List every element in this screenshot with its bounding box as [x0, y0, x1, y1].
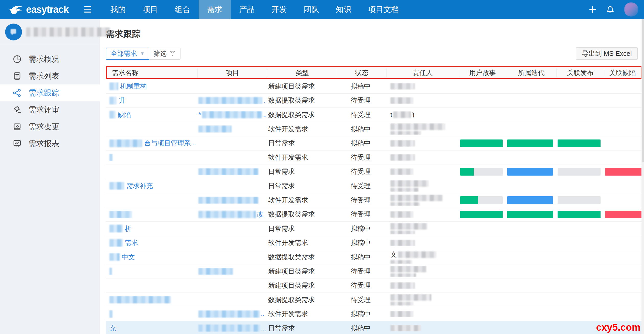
export-excel-button[interactable]: 导出到 MS Excel [576, 47, 638, 60]
progress-bar[interactable] [507, 139, 553, 147]
table-row[interactable]: 缺陷*...数据提取类需求待受理t) [106, 108, 642, 122]
project-cell[interactable]: .. [196, 310, 266, 318]
column-header-关联缺陷[interactable]: 关联缺陷 [604, 68, 641, 77]
table-row[interactable]: 改数据提取类需求待受理 [106, 207, 642, 222]
nav-tab-产品[interactable]: 产品 [231, 0, 263, 19]
nav-tab-我的[interactable]: 我的 [102, 0, 134, 19]
nav-tab-需求[interactable]: 需求 [199, 0, 231, 19]
table-row[interactable]: 需求软件开发需求拟稿中 [106, 236, 642, 250]
project-cell[interactable] [196, 197, 266, 204]
table-row[interactable]: ..软件开发需求拟稿中 [106, 307, 642, 321]
progress-bar[interactable] [460, 196, 503, 204]
table-row[interactable]: 升...数据提取类需求待受理 [106, 94, 642, 108]
requirement-name-cell[interactable]: 中文 [106, 253, 196, 262]
project-cell[interactable]: ... [196, 96, 266, 104]
table-row[interactable]: 新建项目类需求待受理 [106, 264, 642, 279]
column-header-项目[interactable]: 项目 [197, 68, 267, 77]
progress-bar[interactable] [605, 168, 642, 176]
table-row[interactable]: 充...日常需求拟稿中 [106, 321, 642, 334]
project-cell[interactable]: 改 [196, 210, 266, 219]
requirement-name-cell[interactable] [106, 310, 196, 318]
requirement-name-cell[interactable]: 缺陷 [106, 110, 196, 119]
column-header-用户故事[interactable]: 用户故事 [459, 68, 506, 77]
progress-bar[interactable] [558, 168, 601, 176]
project-cell[interactable]: ... [196, 324, 266, 332]
progress-bar[interactable] [558, 139, 601, 147]
easytrack-logo[interactable]: easytrack [0, 4, 69, 15]
requirement-name-cell[interactable] [106, 267, 196, 275]
requirement-name-cell[interactable]: 充 [106, 324, 196, 333]
progress-bar[interactable] [605, 211, 642, 218]
requirement-name-cell[interactable]: 析 [106, 224, 196, 233]
requirement-name-link[interactable]: 充 [109, 324, 116, 333]
requirement-name-cell[interactable]: 台与项目管理系... [106, 139, 196, 148]
sidebar-item-需求报表[interactable]: 需求报表 [0, 135, 100, 152]
project-cell[interactable] [196, 268, 266, 275]
user-avatar[interactable] [624, 2, 638, 17]
requirement-name-link[interactable]: 析 [125, 224, 131, 233]
project-cell[interactable]: *... [196, 111, 266, 119]
progress-bar[interactable] [558, 211, 601, 218]
project-cell[interactable] [196, 125, 266, 133]
sidebar-team-header[interactable]: › [0, 19, 100, 45]
requirement-name-cell[interactable] [106, 154, 196, 161]
progress-bar[interactable] [507, 196, 553, 204]
nav-tab-团队[interactable]: 团队 [295, 0, 327, 19]
requirement-name-link[interactable]: 中文 [122, 253, 135, 262]
notification-bell-icon[interactable] [605, 4, 615, 15]
hamburger-menu-icon[interactable]: ☰ [83, 5, 92, 14]
table-row[interactable]: 台与项目管理系...日常需求拟稿中 [106, 136, 642, 150]
column-header-所属迭代[interactable]: 所属迭代 [506, 68, 556, 77]
nav-tab-项目文档[interactable]: 项目文档 [360, 0, 407, 19]
progress-bar[interactable] [460, 168, 503, 176]
requirement-name-cell[interactable]: 需求 [106, 238, 196, 247]
table-row[interactable]: 日常需求待受理 [106, 165, 642, 179]
table-row[interactable]: 软件开发需求待受理 [106, 150, 642, 165]
progress-bar[interactable] [507, 211, 553, 218]
scrollbar-thumb[interactable] [642, 19, 644, 162]
table-row[interactable]: 中文数据提取类需求拟稿中文 [106, 250, 642, 264]
requirement-name-cell[interactable]: 需求补充 [106, 181, 196, 190]
table-row[interactable]: 需求补充日常需求待受理 [106, 179, 642, 193]
sidebar-item-需求评审[interactable]: 需求评审 [0, 101, 100, 118]
column-header-状态[interactable]: 状态 [337, 68, 386, 77]
requirement-name-link[interactable]: 缺陷 [118, 110, 131, 119]
nav-tab-组合[interactable]: 组合 [166, 0, 199, 19]
column-header-需求名称[interactable]: 需求名称 [107, 68, 197, 77]
sidebar-item-需求变更[interactable]: 需求变更 [0, 118, 100, 135]
requirement-name-link[interactable]: 需求补充 [126, 181, 153, 190]
table-row[interactable]: 软件开发需求待受理 [106, 193, 642, 208]
requirement-name-cell[interactable]: 升 [106, 96, 196, 105]
sidebar-item-需求跟踪[interactable]: 需求跟踪 [0, 84, 100, 101]
requirement-name-cell[interactable] [106, 296, 196, 304]
column-header-责任人[interactable]: 责任人 [386, 68, 459, 77]
requirement-scope-dropdown[interactable]: 全部需求 ▼ [106, 48, 149, 60]
table-row[interactable]: 机制重构新建项目类需求拟稿中 [106, 79, 642, 94]
requirement-name-link[interactable]: 台与项目管理系... [144, 139, 196, 148]
vertical-scrollbar[interactable] [641, 19, 644, 334]
requirement-name-link[interactable]: 升 [119, 96, 125, 105]
nav-tab-项目[interactable]: 项目 [134, 0, 166, 19]
sidebar-item-需求列表[interactable]: 需求列表 [0, 68, 100, 84]
project-cell[interactable] [196, 168, 266, 175]
progress-bar[interactable] [460, 139, 503, 147]
nav-tab-知识[interactable]: 知识 [327, 0, 360, 19]
table-row[interactable]: 软件开发需求拟稿中 [106, 122, 642, 136]
table-row[interactable]: 析日常需求拟稿中 [106, 222, 642, 236]
requirement-name-cell[interactable]: 机制重构 [106, 82, 196, 91]
sidebar-item-需求概况[interactable]: 需求概况 [0, 51, 100, 68]
progress-bar[interactable] [558, 196, 601, 204]
add-plus-icon[interactable]: + [589, 3, 596, 16]
redacted-text [109, 310, 112, 318]
nav-tab-开发[interactable]: 开发 [263, 0, 295, 19]
column-header-关联发布[interactable]: 关联发布 [556, 68, 604, 77]
progress-bar[interactable] [460, 211, 503, 218]
progress-bar[interactable] [507, 168, 553, 176]
requirement-name-link[interactable]: 需求 [125, 238, 138, 247]
filter-button[interactable]: 筛选 [149, 48, 180, 60]
table-row[interactable]: 新建项目类需求待受理 [106, 278, 642, 293]
column-header-类型[interactable]: 类型 [267, 68, 337, 77]
requirement-name-cell[interactable] [106, 211, 196, 218]
requirement-name-link[interactable]: 机制重构 [120, 82, 147, 91]
table-row[interactable]: 数据提取类需求待受理 [106, 293, 642, 307]
